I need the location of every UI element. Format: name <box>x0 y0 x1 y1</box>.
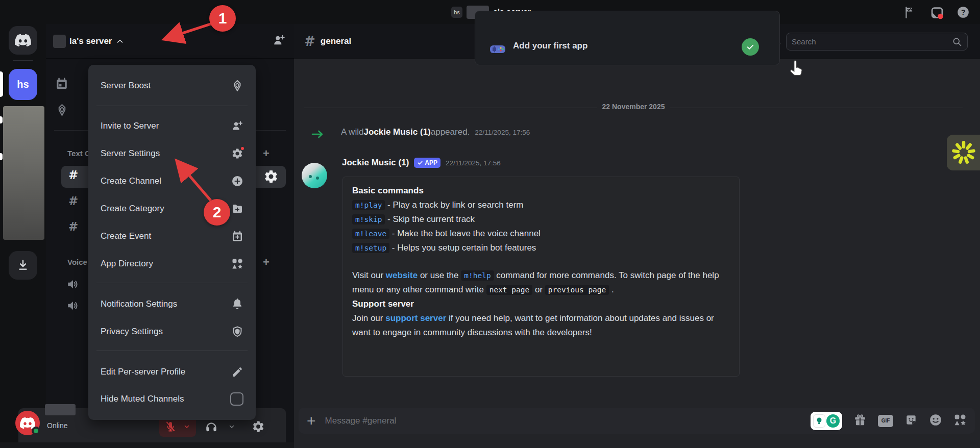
discord-app-window: hs a's server ? hs <box>0 0 980 448</box>
chat-area: # general <box>294 24 980 448</box>
message-header: Jockie Music (1) APP 22/11/2025, 17:56 <box>342 158 501 168</box>
redacted-username <box>45 404 76 415</box>
date-divider: 22 November 2025 <box>294 102 973 111</box>
server-name: la's server <box>69 36 112 46</box>
settings-alert-dot <box>240 146 245 151</box>
discord-logo-icon <box>15 32 31 48</box>
menu-item-privacy-settings[interactable]: Privacy Settings <box>101 321 243 342</box>
menu-item-invite-to-server[interactable]: Invite to Server <box>101 116 243 136</box>
invite-people-icon[interactable] <box>273 34 286 49</box>
emoji-picker-icon[interactable] <box>929 413 942 429</box>
menu-divider <box>96 283 248 283</box>
code-chip: m!help <box>461 270 494 281</box>
circle-plus-icon <box>231 175 243 187</box>
home-button[interactable] <box>9 26 37 55</box>
command-line: m!play - Play a track by link or search … <box>352 198 730 212</box>
code-chip: m!leave <box>352 229 389 239</box>
channel-hash-icon: # <box>68 194 78 208</box>
embed-heading: Support server <box>352 299 414 309</box>
join-prefix: A wild <box>341 127 363 137</box>
website-link[interactable]: website <box>386 270 418 280</box>
message-author[interactable]: Jockie Music (1) <box>342 158 409 168</box>
menu-item-hide-muted-channels[interactable]: Hide Muted Channels <box>101 389 243 409</box>
gamepad-emoji <box>489 43 506 57</box>
server-button-hs[interactable]: hs <box>9 69 37 100</box>
gear-icon <box>231 147 243 160</box>
mod-flag-icon[interactable] <box>903 6 917 19</box>
menu-item-notification-settings[interactable]: Notification Settings <box>101 294 243 314</box>
menu-item-create-event[interactable]: Create Event <box>101 226 243 246</box>
embed-paragraph: Visit our website or use the m!help comm… <box>352 268 730 297</box>
folder-plus-icon <box>231 203 243 215</box>
download-icon <box>16 259 30 272</box>
events-icon[interactable] <box>55 77 68 92</box>
chevron-up-icon <box>115 37 125 46</box>
annotation-step-1: 1 <box>209 5 236 32</box>
gift-icon[interactable] <box>853 413 867 429</box>
completed-check-icon <box>742 38 759 56</box>
search-box[interactable] <box>786 33 968 51</box>
menu-item-server-boost[interactable]: Server Boost <box>101 76 243 96</box>
user-status-text: Online <box>47 421 67 430</box>
message-timestamp: 22/11/2025, 17:56 <box>446 159 501 167</box>
code-chip: next page <box>486 285 533 295</box>
code-chip: m!setup <box>352 243 389 253</box>
redacted-server-name <box>53 35 66 48</box>
avatar[interactable] <box>302 163 327 188</box>
add-first-app-card[interactable]: Add your first app <box>475 11 780 65</box>
menu-divider <box>96 351 248 351</box>
create-voice-channel-plus-icon[interactable]: + <box>263 256 270 269</box>
app-badge: APP <box>414 158 440 168</box>
verified-check-icon <box>417 160 423 166</box>
join-arrow-icon <box>311 129 325 141</box>
channel-hash-icon: # <box>68 168 78 182</box>
command-line: m!leave - Make the bot leave the voice c… <box>352 227 730 241</box>
gif-picker-icon[interactable]: GIF <box>878 415 893 427</box>
embed-paragraph: Join our support server if you need help… <box>352 311 730 340</box>
menu-item-app-directory[interactable]: App Directory <box>101 254 243 274</box>
unread-indicator <box>0 153 3 160</box>
code-chip: m!skip <box>352 214 385 225</box>
search-input[interactable] <box>792 37 952 46</box>
shield-icon <box>231 326 243 338</box>
search-icon <box>952 37 962 47</box>
grammarly-g-icon: G <box>826 414 840 428</box>
bell-icon <box>231 298 243 310</box>
voice-channel-speaker-icon[interactable] <box>66 278 80 293</box>
bottom-strip <box>0 442 294 448</box>
command-line: m!setup - Helps you setup certain bot fe… <box>352 241 730 255</box>
app-card-title: Add your first app <box>513 41 587 51</box>
annotation-step-2: 2 <box>204 199 230 226</box>
download-apps-button[interactable] <box>9 251 37 280</box>
menu-item-create-channel[interactable]: Create Channel <box>101 171 243 191</box>
calendar-plus-icon <box>231 230 243 242</box>
menu-item-edit-per-server-profile[interactable]: Edit Per-server Profile <box>101 362 243 382</box>
sticker-picker-icon[interactable] <box>904 413 918 429</box>
edit-channel-gear-icon[interactable] <box>263 169 279 186</box>
person-add-icon <box>231 120 243 132</box>
boost-icon <box>231 80 243 92</box>
menu-item-server-settings[interactable]: Server Settings <box>101 143 243 164</box>
message-input[interactable] <box>325 416 811 426</box>
title-bar-actions: ? <box>903 0 970 24</box>
redacted-server-icon[interactable] <box>3 106 44 240</box>
mini-server-badge: hs <box>451 7 462 18</box>
attach-plus-icon[interactable]: + <box>307 413 316 429</box>
join-timestamp: 22/11/2025, 17:56 <box>475 129 530 136</box>
grammarly-widget[interactable]: G <box>811 412 842 430</box>
create-channel-plus-icon[interactable]: + <box>263 147 270 160</box>
hide-muted-checkbox[interactable] <box>230 392 243 406</box>
server-dropdown-header[interactable]: la's server <box>46 24 294 59</box>
channel-name: general <box>321 36 351 46</box>
pencil-icon <box>231 366 243 378</box>
inbox-icon[interactable] <box>930 6 943 19</box>
support-server-link[interactable]: support server <box>385 313 446 323</box>
join-member-name[interactable]: Jockie Music (1) <box>363 127 430 137</box>
voice-channel-speaker-icon[interactable] <box>66 299 80 314</box>
server-dropdown-menu: Server Boost Invite to Server Server Set… <box>88 65 256 420</box>
starburst-overlay-button[interactable] <box>947 135 980 170</box>
apps-shapes-icon[interactable] <box>953 413 967 429</box>
boost-level-icon[interactable] <box>56 104 68 118</box>
help-icon[interactable]: ? <box>957 6 970 19</box>
unread-indicator <box>0 116 3 123</box>
